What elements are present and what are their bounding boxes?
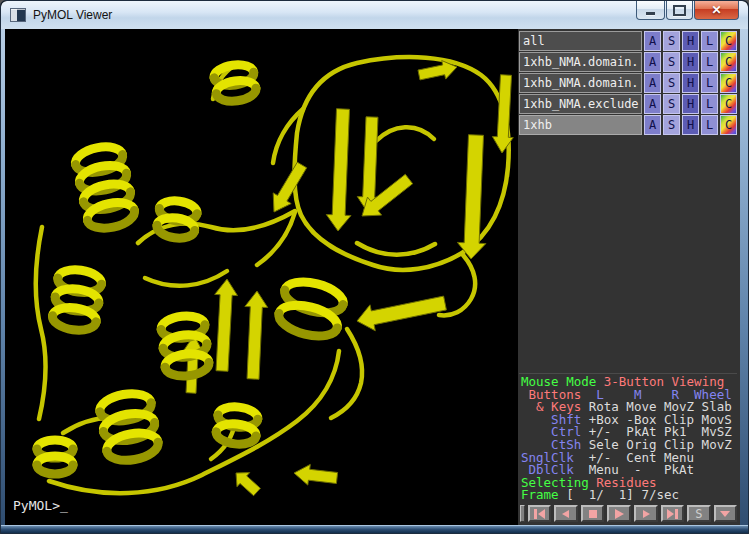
object-1xhb_NMA.domain.-button-A[interactable]: A xyxy=(644,52,661,72)
internal-gui-panel: allASHLC1xhb_NMA.domain.ASHLC1xhb_NMA.do… xyxy=(518,29,740,525)
helix-ribbon xyxy=(51,267,103,333)
object-row: 1xhb_NMA.excludeASHLC xyxy=(519,94,737,114)
object-row: allASHLC xyxy=(519,31,737,51)
step-forward-icon xyxy=(639,509,653,519)
object-1xhb_NMA.domain.-button-L[interactable]: L xyxy=(701,73,718,93)
maximize-icon xyxy=(673,5,686,16)
helix-ribbon xyxy=(213,62,258,103)
window-title: PyMOL Viewer xyxy=(33,8,112,22)
mouse-panel-line: Frame [ 1/ 1] 7/sec xyxy=(521,489,737,502)
beta-arrow xyxy=(326,109,351,231)
skip-end-icon xyxy=(665,509,679,519)
3d-viewport[interactable]: PyMOL>_ xyxy=(5,29,518,525)
object-all-button-A[interactable]: A xyxy=(644,31,661,51)
close-button[interactable]: ✕ xyxy=(694,1,739,20)
titlebar[interactable]: PyMOL Viewer ✕ xyxy=(1,1,748,29)
beta-arrow xyxy=(273,162,307,212)
beta-arrow xyxy=(357,296,446,331)
object-all-button-H[interactable]: H xyxy=(682,31,699,51)
window-border-right[interactable] xyxy=(740,29,748,525)
pymol-window: PyMOL Viewer ✕ xyxy=(0,0,749,534)
object-name-all[interactable]: all xyxy=(519,31,642,51)
object-name-1xhb_NMA.domain.[interactable]: 1xhb_NMA.domain. xyxy=(519,73,642,93)
object-list: allASHLC1xhb_NMA.domain.ASHLC1xhb_NMA.do… xyxy=(519,31,737,136)
gl-area: PyMOL>_ allASHLC1xhb_NMA.domain.ASHLC1xh… xyxy=(5,29,740,525)
helix-turn xyxy=(160,314,205,330)
minimize-button[interactable] xyxy=(636,1,665,20)
object-name-1xhb_NMA.domain.[interactable]: 1xhb_NMA.domain. xyxy=(519,52,642,72)
movie-photo-label: S xyxy=(695,508,702,520)
loop-tube xyxy=(357,243,435,255)
mouse-mode-panel: Mouse Mode 3-Button Viewing Buttons L M … xyxy=(519,373,737,502)
object-1xhb_NMA.exclude-button-L[interactable]: L xyxy=(701,94,718,114)
helix-ribbon xyxy=(37,440,73,474)
object-1xhb-button-S[interactable]: S xyxy=(663,115,680,135)
movie-rewind-button[interactable] xyxy=(528,505,552,522)
movie-end-button[interactable] xyxy=(661,505,685,522)
object-row: 1xhbASHLC xyxy=(519,115,737,135)
helix-turn xyxy=(51,316,96,333)
object-1xhb_NMA.domain.-button-S[interactable]: S xyxy=(663,73,680,93)
helix-ribbon xyxy=(215,405,259,446)
beta-arrow xyxy=(245,291,268,379)
beta-arrow xyxy=(236,473,260,496)
object-all-button-C[interactable]: C xyxy=(720,31,737,51)
helix-turn xyxy=(37,465,73,474)
movie-menu-button[interactable] xyxy=(714,505,738,522)
helix-turn xyxy=(107,442,160,464)
movie-step-forward-button[interactable] xyxy=(634,505,658,522)
pymol-app-icon xyxy=(10,8,26,22)
object-1xhb-button-H[interactable]: H xyxy=(682,115,699,135)
play-icon xyxy=(612,509,626,519)
object-1xhb_NMA.domain.-button-C[interactable]: C xyxy=(720,73,737,93)
object-1xhb_NMA.exclude-button-A[interactable]: A xyxy=(644,94,661,114)
object-1xhb_NMA.domain.-button-A[interactable]: A xyxy=(644,73,661,93)
object-name-1xhb_NMA.exclude[interactable]: 1xhb_NMA.exclude xyxy=(519,94,642,114)
movie-play-button[interactable] xyxy=(607,505,631,522)
object-1xhb-button-C[interactable]: C xyxy=(720,115,737,135)
object-all-button-L[interactable]: L xyxy=(701,31,718,51)
object-all-button-S[interactable]: S xyxy=(663,31,680,51)
helix-turn xyxy=(215,432,256,446)
object-1xhb-button-L[interactable]: L xyxy=(701,115,718,135)
movie-stop-button[interactable] xyxy=(581,505,605,522)
window-border-bottom[interactable] xyxy=(1,525,748,533)
triangle-down-icon xyxy=(718,509,732,519)
object-1xhb_NMA.exclude-button-S[interactable]: S xyxy=(663,94,680,114)
object-row: 1xhb_NMA.domain.ASHLC xyxy=(519,73,737,93)
helix-turn xyxy=(159,199,198,214)
object-1xhb-button-A[interactable]: A xyxy=(644,115,661,135)
helix-turn xyxy=(98,390,151,412)
object-1xhb_NMA.domain.-button-H[interactable]: H xyxy=(682,52,699,72)
helix-turn xyxy=(218,405,259,419)
object-1xhb_NMA.exclude-button-C[interactable]: C xyxy=(720,94,737,114)
helix-ribbon xyxy=(98,390,161,464)
loop-tube xyxy=(145,271,227,286)
object-1xhb_NMA.exclude-button-H[interactable]: H xyxy=(682,94,699,114)
helix-turn xyxy=(58,267,103,284)
close-icon: ✕ xyxy=(711,3,721,17)
minimize-icon xyxy=(646,12,655,15)
helix-ribbon xyxy=(160,314,210,378)
object-1xhb_NMA.domain.-button-L[interactable]: L xyxy=(701,52,718,72)
protein-cartoon xyxy=(5,29,518,525)
object-1xhb_NMA.domain.-button-H[interactable]: H xyxy=(682,73,699,93)
object-name-1xhb[interactable]: 1xhb xyxy=(519,115,642,135)
mouse-panel-text: Frame xyxy=(521,487,566,502)
skip-start-icon xyxy=(533,509,547,519)
helix-turn xyxy=(37,440,73,449)
maximize-button[interactable] xyxy=(666,1,693,20)
movie-step-back-button[interactable] xyxy=(554,505,578,522)
mouse-panel-text: [ 1/ 1] 7/sec xyxy=(566,487,679,502)
object-1xhb_NMA.domain.-button-S[interactable]: S xyxy=(663,52,680,72)
helix-turn xyxy=(37,456,73,465)
helix-ribbon xyxy=(276,277,347,342)
loop-tube xyxy=(376,127,434,141)
command-prompt[interactable]: PyMOL>_ xyxy=(13,498,68,513)
object-1xhb_NMA.domain.-button-C[interactable]: C xyxy=(720,52,737,72)
helix-turn xyxy=(156,225,195,240)
movie-photo-button[interactable]: S xyxy=(687,505,711,522)
step-back-icon xyxy=(559,509,573,519)
beta-arrow xyxy=(294,464,338,485)
beta-arrow xyxy=(492,75,513,153)
